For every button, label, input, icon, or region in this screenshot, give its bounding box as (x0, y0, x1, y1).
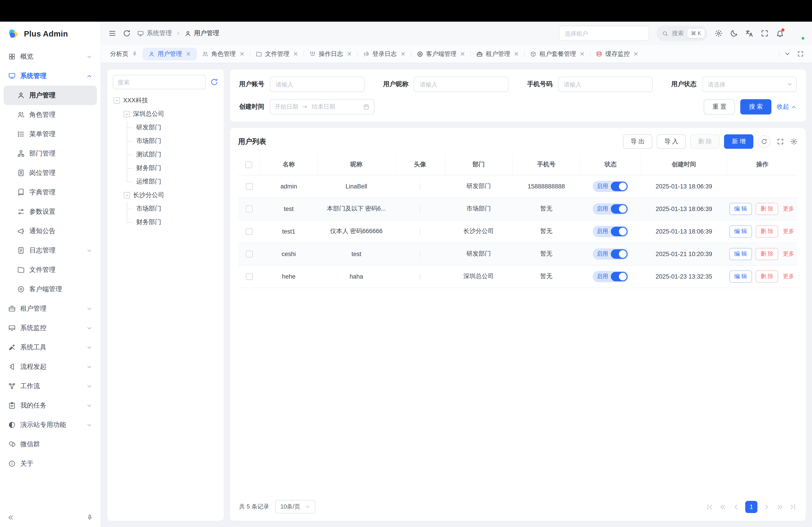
settings-gear-icon[interactable] (714, 29, 723, 37)
sidebar-item-notice[interactable]: 通知公告 (4, 221, 97, 241)
tenant-select-input[interactable] (559, 26, 649, 41)
page-jump-back-icon[interactable] (719, 503, 727, 511)
hamburger-menu-icon[interactable] (108, 29, 116, 37)
refresh-page-icon[interactable] (123, 29, 131, 37)
tab-user-mgmt[interactable]: 用户管理 (143, 48, 197, 60)
edit-row-button[interactable]: 编 辑 (729, 248, 752, 260)
sidebar-item-log-mgmt[interactable]: 日志管理 (4, 241, 97, 260)
tab-tenant-mgmt[interactable]: 租户管理 (471, 48, 525, 60)
close-icon[interactable] (579, 51, 585, 57)
delete-row-button[interactable]: 删 除 (756, 270, 778, 283)
tree-node[interactable]: −深圳总公司 (113, 107, 218, 121)
table-fullscreen-icon[interactable] (777, 138, 784, 145)
nickname-input[interactable] (414, 77, 509, 92)
tree-search-input[interactable] (113, 75, 206, 89)
edit-row-button[interactable]: 编 辑 (729, 202, 752, 215)
more-row-button[interactable]: 更多 (782, 270, 795, 283)
tab-role-mgmt[interactable]: 角色管理 (197, 48, 250, 60)
tree-node[interactable]: 测试部门 (113, 148, 218, 161)
more-row-button[interactable]: 更多 (782, 248, 795, 260)
tab-file-mgmt[interactable]: 文件管理 (250, 48, 304, 60)
language-translate-icon[interactable] (745, 29, 753, 37)
page-prev-icon[interactable] (732, 503, 740, 511)
sidebar-item-demo-features[interactable]: 演示站专用功能 (4, 415, 97, 435)
tree-collapse-toggle[interactable]: − (124, 111, 130, 117)
more-row-button[interactable]: 更多 (782, 225, 795, 237)
delete-row-button[interactable]: 删 除 (756, 225, 778, 237)
page-jump-forward-icon[interactable] (776, 503, 784, 511)
tab-op-log[interactable]: 操作日志 (304, 48, 358, 60)
phone-input[interactable] (558, 77, 653, 92)
content-maximize-icon[interactable] (797, 50, 804, 57)
edit-row-button[interactable]: 编 辑 (729, 270, 752, 283)
tab-client-mgmt[interactable]: 客户端管理 (411, 48, 471, 60)
status-toggle[interactable]: 启用 (593, 226, 628, 237)
sidebar-item-my-tasks[interactable]: 我的任务 (4, 396, 97, 415)
sidebar-item-about[interactable]: 关于 (4, 454, 97, 473)
sidebar-item-overview[interactable]: 概览 (4, 47, 97, 66)
row-checkbox[interactable] (246, 206, 252, 212)
close-icon[interactable] (400, 51, 406, 57)
sidebar-item-dept-mgmt[interactable]: 部门管理 (4, 144, 97, 163)
sidebar-item-menu-mgmt[interactable]: 菜单管理 (4, 124, 97, 144)
account-input[interactable] (270, 77, 364, 92)
row-checkbox[interactable] (246, 251, 252, 257)
tab-tenant-package[interactable]: 租户套餐管理 (525, 48, 591, 60)
tree-node[interactable]: 研发部门 (113, 121, 218, 134)
global-search-button[interactable]: 搜索 ⌘ K (656, 26, 707, 41)
reset-button[interactable]: 重 置 (704, 99, 735, 115)
dark-mode-moon-icon[interactable] (730, 29, 738, 37)
sidebar-item-file-mgmt[interactable]: 文件管理 (4, 260, 97, 280)
tree-collapse-toggle[interactable]: − (114, 97, 120, 104)
status-select[interactable] (702, 77, 797, 92)
sidebar-item-tenant-mgmt[interactable]: 租户管理 (4, 299, 97, 318)
collapse-filter-link[interactable]: 收起 (777, 103, 797, 111)
collapse-sidebar-icon[interactable] (7, 514, 14, 521)
sidebar-item-workflow[interactable]: 工作流 (4, 376, 97, 396)
close-icon[interactable] (239, 51, 245, 57)
delete-button[interactable]: 删 除 (691, 134, 720, 149)
tab-cache-monitor[interactable]: 缓存监控 (591, 48, 644, 60)
tree-refresh-icon[interactable] (210, 78, 218, 86)
sidebar-item-wechat-group[interactable]: 微信群 (4, 435, 97, 454)
close-icon[interactable] (513, 51, 519, 57)
tab-analysis[interactable]: 分析页 (105, 48, 143, 60)
sidebar-item-dict-mgmt[interactable]: 字典管理 (4, 183, 97, 202)
sidebar-item-process-start[interactable]: 流程发起 (4, 357, 97, 376)
sidebar-item-sys-tools[interactable]: 系统工具 (4, 338, 97, 357)
sidebar-item-client-mgmt[interactable]: 客户端管理 (4, 280, 97, 299)
tree-node[interactable]: 财务部门 (113, 215, 218, 229)
tab-login-log[interactable]: 登录日志 (358, 48, 411, 60)
page-first-icon[interactable] (706, 503, 714, 511)
status-toggle[interactable]: 启用 (593, 203, 628, 214)
tree-node[interactable]: −长沙分公司 (113, 189, 218, 202)
export-button[interactable]: 导 出 (623, 134, 652, 149)
import-button[interactable]: 导 入 (656, 134, 686, 149)
page-number-current[interactable]: 1 (745, 501, 757, 513)
sidebar-item-param-settings[interactable]: 参数设置 (4, 202, 97, 221)
status-toggle[interactable]: 启用 (593, 248, 628, 259)
tree-node[interactable]: −XXX科技 (113, 94, 218, 107)
breadcrumb-user-mgmt[interactable]: 用户管理 (185, 29, 219, 37)
user-avatar-button[interactable] (791, 27, 805, 40)
close-icon[interactable] (346, 51, 352, 57)
table-refresh-icon[interactable] (758, 135, 770, 148)
tree-node[interactable]: 运维部门 (113, 175, 218, 189)
notifications-button[interactable] (776, 29, 784, 37)
sidebar-item-system-mgmt[interactable]: 系统管理 (4, 66, 97, 86)
close-icon[interactable] (185, 51, 191, 57)
table-settings-icon[interactable] (791, 138, 798, 145)
tree-node[interactable]: 市场部门 (113, 134, 218, 148)
select-all-checkbox[interactable] (246, 161, 252, 168)
page-next-icon[interactable] (763, 503, 770, 511)
row-checkbox[interactable] (246, 228, 252, 235)
close-icon[interactable] (633, 51, 639, 57)
date-range-picker[interactable]: 开始日期 结束日期 (270, 99, 374, 115)
row-checkbox[interactable] (246, 183, 252, 190)
page-last-icon[interactable] (789, 503, 797, 511)
more-row-button[interactable]: 更多 (782, 202, 795, 215)
edit-row-button[interactable]: 编 辑 (729, 225, 752, 237)
page-size-select[interactable]: 10条/页 (275, 500, 315, 513)
search-button[interactable]: 搜 索 (740, 99, 771, 115)
close-icon[interactable] (460, 51, 466, 57)
